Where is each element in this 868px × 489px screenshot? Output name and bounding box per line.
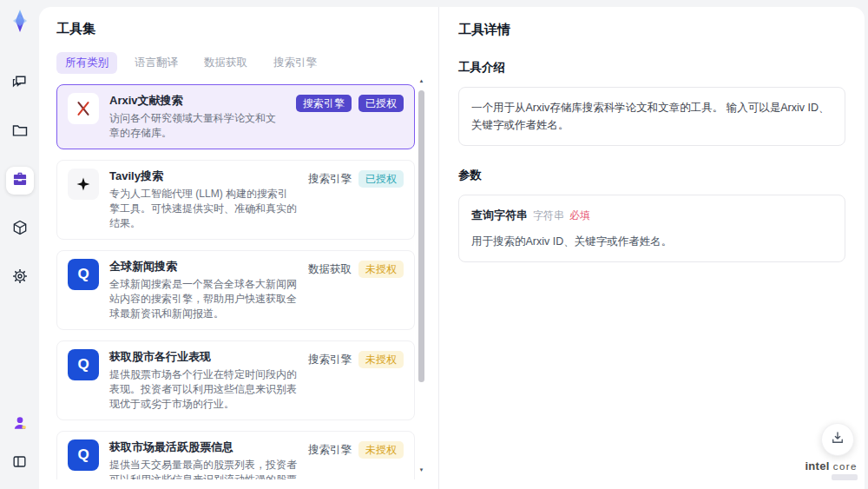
sidebar-item-files[interactable] (6, 118, 34, 146)
q-logo-icon: Q (68, 439, 99, 471)
category-label: 搜索引擎 (308, 351, 352, 368)
tool-description: 全球新闻搜索是一个聚合全球各大新闻网站内容的搜索引擎，帮助用户快速获取全球最新资… (109, 277, 298, 321)
download-button[interactable] (821, 423, 854, 456)
app-rail (0, 0, 39, 489)
main-surface: 工具集 所有类别 语言翻译 数据获取 搜索引擎 Arxiv文献搜索 访问各个研究… (39, 7, 865, 489)
param-description: 用于搜索的Arxiv ID、关键字或作者姓名。 (471, 233, 832, 250)
tool-description: 提供当天交易量最高的股票列表，投资者可以利用这些信息来识别流动性强的股票和潜在的… (109, 458, 298, 479)
category-label: 搜索引擎 (308, 170, 352, 188)
chat-icon (11, 73, 29, 94)
category-badge: 搜索引擎 (296, 95, 352, 112)
package-cube-icon (11, 219, 29, 240)
category-tabs: 所有类别 语言翻译 数据获取 搜索引擎 (56, 52, 438, 74)
arxiv-icon (68, 93, 99, 124)
intro-heading: 工具介绍 (458, 60, 845, 76)
category-label: 数据获取 (308, 261, 352, 278)
intel-sub-mark (832, 474, 858, 480)
tool-card-global-news[interactable]: Q 全球新闻搜索 全球新闻搜索是一个聚合全球各大新闻网站内容的搜索引擎，帮助用户… (56, 250, 415, 330)
param-required-flag: 必填 (569, 209, 590, 221)
tab-search-engine[interactable]: 搜索引擎 (265, 52, 326, 74)
detail-title: 工具详情 (458, 22, 845, 38)
tool-name: 获取市场最活跃股票信息 (109, 439, 298, 455)
intel-core-logo: intelcore (805, 459, 858, 480)
tab-all-categories[interactable]: 所有类别 (56, 52, 117, 74)
param-type: 字符串 (533, 209, 564, 221)
download-icon (830, 430, 845, 449)
status-badge: 未授权 (358, 261, 404, 278)
q-logo-icon: Q (68, 259, 99, 290)
tool-card-arxiv[interactable]: Arxiv文献搜索 访问各个研究领域大量科学论文和文章的存储库。 搜索引擎 已授… (56, 84, 415, 149)
intel-wordmark: intel (805, 459, 829, 472)
intro-box: 一个用于从Arxiv存储库搜索科学论文和文章的工具。 输入可以是Arxiv ID… (458, 87, 845, 146)
tool-description: 访问各个研究领域大量科学论文和文章的存储库。 (109, 111, 286, 141)
gear-icon (11, 268, 29, 288)
status-badge: 已授权 (358, 170, 404, 188)
core-wordmark: core (833, 461, 858, 472)
status-badge: 未授权 (358, 351, 404, 368)
sidebar-item-packages[interactable] (6, 215, 34, 243)
tool-list-panel: 工具集 所有类别 语言翻译 数据获取 搜索引擎 Arxiv文献搜索 访问各个研究… (39, 7, 439, 489)
folder-icon (11, 122, 29, 142)
params-heading: 参数 (458, 168, 845, 183)
param-name: 查询字符串 (471, 208, 528, 221)
sidebar-item-collapse[interactable] (6, 449, 34, 477)
sidebar-item-account[interactable] (6, 411, 34, 439)
tool-detail-panel: 工具详情 工具介绍 一个用于从Arxiv存储库搜索科学论文和文章的工具。 输入可… (439, 7, 865, 489)
collapse-panel-icon (11, 453, 28, 473)
scroll-down-arrow-icon[interactable]: ▼ (418, 467, 424, 473)
status-badge: 已授权 (358, 95, 404, 112)
tab-language-translation[interactable]: 语言翻译 (126, 52, 187, 74)
tool-description: 专为人工智能代理 (LLM) 构建的搜索引擎工具。可快速提供实时、准确和真实的结… (109, 187, 298, 231)
tool-card-tavily[interactable]: Tavily搜索 专为人工智能代理 (LLM) 构建的搜索引擎工具。可快速提供实… (56, 160, 415, 240)
intro-text: 一个用于从Arxiv存储库搜索科学论文和文章的工具。 输入可以是Arxiv ID… (471, 102, 830, 131)
tool-name: 获取股市各行业表现 (109, 349, 298, 365)
q-logo-icon: Q (68, 349, 99, 380)
toolbox-icon (11, 170, 29, 191)
tool-name: Tavily搜索 (109, 169, 298, 184)
sidebar-item-settings[interactable] (6, 264, 34, 292)
status-badge: 未授权 (358, 441, 404, 459)
category-label: 搜索引擎 (308, 441, 352, 459)
tool-card-most-active-stocks[interactable]: Q 获取市场最活跃股票信息 提供当天交易量最高的股票列表，投资者可以利用这些信息… (56, 431, 415, 479)
tool-card-list: Arxiv文献搜索 访问各个研究领域大量科学论文和文章的存储库。 搜索引擎 已授… (56, 84, 415, 479)
tool-card-sector-performance[interactable]: Q 获取股市各行业表现 提供股票市场各个行业在特定时间段内的表现。投资者可以利用… (56, 340, 415, 420)
scrollbar-thumb[interactable] (418, 90, 424, 382)
app-logo-icon (8, 9, 32, 33)
user-avatar-icon (11, 414, 29, 435)
sidebar-item-chat[interactable] (6, 69, 34, 97)
tool-description: 提供股票市场各个行业在特定时间段内的表现。投资者可以利用这些信息来识别表现优于或… (109, 367, 298, 412)
tavily-star-icon (68, 169, 99, 200)
tab-data-fetch[interactable]: 数据获取 (195, 52, 256, 74)
tool-name: 全球新闻搜索 (109, 259, 298, 274)
sidebar-item-toolbox[interactable] (6, 167, 34, 195)
page-title: 工具集 (56, 21, 438, 37)
tool-name: Arxiv文献搜索 (109, 93, 286, 109)
scroll-up-arrow-icon[interactable]: ▲ (418, 78, 424, 84)
list-scrollbar[interactable]: ▲ ▼ (418, 78, 425, 480)
param-box: 查询字符串字符串必填 用于搜索的Arxiv ID、关键字或作者姓名。 (458, 195, 845, 262)
